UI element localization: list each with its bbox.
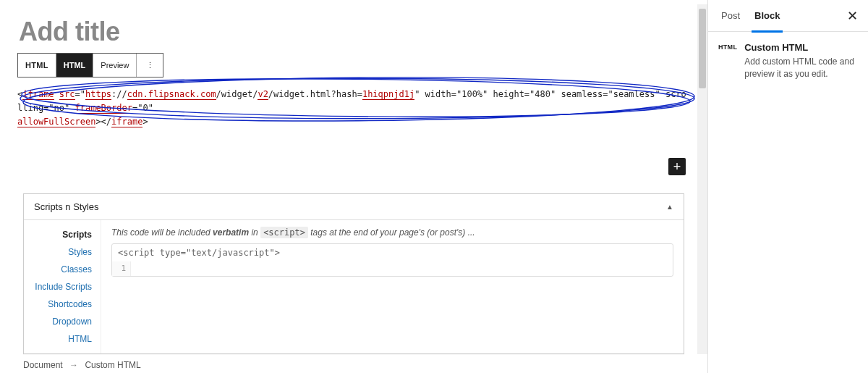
- html-block-icon[interactable]: HTML: [18, 54, 56, 77]
- app-root: Add title HTML HTML Preview ⋮: [0, 0, 868, 373]
- scripts-tab-html[interactable]: HTML: [24, 330, 101, 348]
- block-info-title: Custom HTML: [744, 42, 858, 53]
- block-info: HTML Custom HTML Add custom HTML code an…: [718, 42, 858, 80]
- code-token: /widget/: [216, 89, 258, 99]
- html-block-icon: HTML: [718, 43, 737, 51]
- code-token: https: [85, 89, 111, 100]
- scripts-n-styles-panel: Scripts n Styles ▲ Scripts Styles Classe…: [23, 193, 684, 354]
- settings-sidebar: Post Block ✕ HTML Custom HTML Add custom…: [707, 0, 868, 373]
- sidebar-tab-block[interactable]: Block: [747, 0, 787, 32]
- scripts-note: This code will be included verbatim in <…: [111, 227, 673, 238]
- post-title-input[interactable]: Add title: [9, 11, 699, 50]
- code-token: /widget.html?hash=: [268, 89, 362, 99]
- editor-pane: Add title HTML HTML Preview ⋮: [0, 0, 707, 373]
- block-breadcrumb: Document → Custom HTML: [23, 360, 141, 370]
- scripts-editor-head-line: <script type="text/javascript">: [112, 244, 673, 261]
- html-code-textarea[interactable]: <iframe src="https://cdn.flipsnack.com/w…: [17, 88, 690, 160]
- scripts-panel-body: Scripts Styles Classes Include Scripts S…: [24, 220, 684, 353]
- code-token: allowFullScreen: [17, 117, 95, 127]
- code-token: iframe: [22, 89, 54, 100]
- preview-tab-button[interactable]: Preview: [93, 54, 137, 77]
- html-tab-button[interactable]: HTML: [56, 54, 94, 77]
- scripts-panel-header[interactable]: Scripts n Styles ▲: [24, 194, 684, 220]
- scripts-code-editor[interactable]: <script type="text/javascript"> 1: [111, 243, 673, 277]
- code-token: v2: [258, 89, 268, 100]
- code-token: ></: [95, 117, 111, 127]
- scripts-content: This code will be included verbatim in <…: [101, 220, 684, 353]
- scripts-editor-line[interactable]: [131, 261, 673, 276]
- scripts-panel-title: Scripts n Styles: [34, 201, 99, 212]
- scripts-tabs: Scripts Styles Classes Include Scripts S…: [24, 220, 101, 353]
- scripts-tab-styles[interactable]: Styles: [24, 243, 101, 261]
- editor-inner: Add title HTML HTML Preview ⋮: [0, 0, 707, 160]
- breadcrumb-root[interactable]: Document: [23, 360, 63, 370]
- breadcrumb-current[interactable]: Custom HTML: [85, 360, 140, 370]
- code-token: 1hiqpnjd1j: [362, 89, 414, 100]
- code-token: frameBorder: [75, 103, 132, 114]
- breadcrumb-separator-icon: →: [69, 360, 78, 370]
- block-toolbar: HTML HTML Preview ⋮: [17, 53, 163, 77]
- block-info-desc: Add custom HTML code and preview it as y…: [744, 56, 858, 80]
- add-block-button[interactable]: +: [668, 158, 686, 175]
- code-token: >: [142, 117, 148, 127]
- block-more-options-button[interactable]: ⋮: [137, 54, 163, 77]
- scrollbar-thumb[interactable]: [699, 9, 706, 88]
- code-token: cdn.flipsnack.com: [127, 89, 216, 100]
- scripts-tab-shortcodes[interactable]: Shortcodes: [24, 296, 101, 313]
- sidebar-body: HTML Custom HTML Add custom HTML code an…: [708, 32, 868, 91]
- scripts-tab-classes[interactable]: Classes: [24, 261, 101, 278]
- collapse-caret-icon[interactable]: ▲: [666, 203, 673, 211]
- sidebar-tab-post[interactable]: Post: [714, 0, 747, 32]
- code-token: iframe: [111, 117, 142, 127]
- scripts-tab-dropdown[interactable]: Dropdown: [24, 313, 101, 330]
- scripts-tab-include-scripts[interactable]: Include Scripts: [24, 278, 101, 296]
- code-token: src: [59, 89, 75, 100]
- scripts-tab-scripts[interactable]: Scripts: [24, 226, 101, 243]
- sidebar-tabs: Post Block ✕: [708, 0, 868, 32]
- editor-scrollbar[interactable]: [697, 4, 707, 354]
- scripts-editor-line-number: 1: [112, 261, 131, 276]
- code-token: ="0": [132, 103, 153, 113]
- close-sidebar-button[interactable]: ✕: [843, 8, 862, 24]
